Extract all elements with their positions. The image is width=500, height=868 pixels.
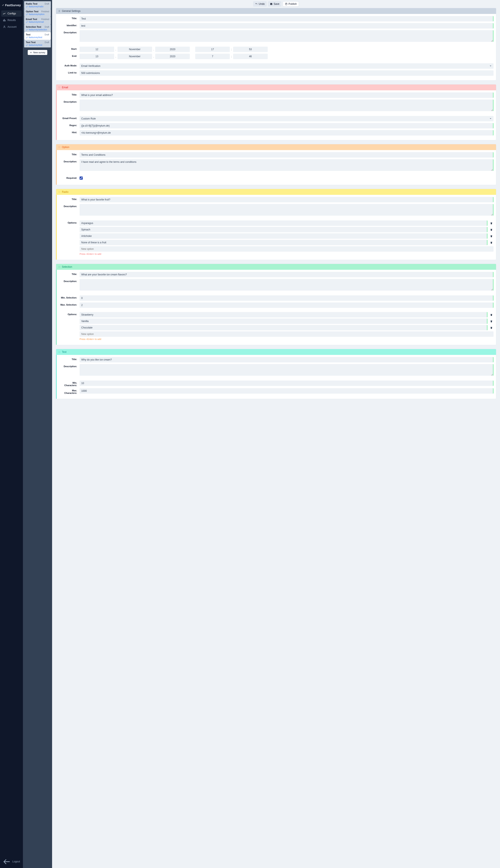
option-input[interactable] <box>80 233 488 239</box>
panel-selection-header[interactable]: Selection <box>56 264 496 270</box>
panel-email-header[interactable]: Email <box>56 84 496 90</box>
label-description: Description: <box>59 204 77 208</box>
general-description-input[interactable] <box>80 30 493 42</box>
nav-account[interactable]: Account <box>1 24 22 30</box>
selection-description-input[interactable] <box>80 279 493 291</box>
panel-email: Email Title: Description: Email Preset:C… <box>56 84 496 140</box>
nav-configs[interactable]: Configs <box>1 10 22 17</box>
new-option-input[interactable] <box>80 331 493 337</box>
delete-option-button[interactable] <box>489 221 493 225</box>
survey-link[interactable]: fastsurvey/text <box>26 44 49 46</box>
survey-link[interactable]: fastsurvey/option <box>26 13 49 15</box>
option-input[interactable] <box>80 240 488 245</box>
survey-link[interactable]: fastsurvey/test <box>26 36 49 38</box>
survey-link[interactable]: fastsurvey/radio <box>26 5 49 8</box>
svg-point-0 <box>3 5 3 5</box>
new-survey-button[interactable]: New survey <box>28 50 47 55</box>
label-description: Description: <box>59 30 77 34</box>
radio-description-input[interactable] <box>80 204 493 216</box>
survey-link[interactable]: fastsurvey/selection <box>26 28 49 31</box>
label-title: Title: <box>59 357 77 361</box>
link-icon <box>26 36 28 38</box>
start-day[interactable] <box>80 47 114 52</box>
radio-title-input[interactable] <box>80 197 493 202</box>
label-description: Description: <box>59 279 77 282</box>
text-max-input[interactable] <box>80 388 493 394</box>
text-description-input[interactable] <box>80 364 493 376</box>
label-description: Description: <box>59 364 77 367</box>
survey-link[interactable]: fastsurvey/email <box>26 21 49 23</box>
survey-card[interactable]: Option TestFinishedfastsurvey/option <box>24 9 51 17</box>
selection-max-input[interactable] <box>80 303 493 308</box>
start-month[interactable] <box>117 47 152 52</box>
logout-button[interactable]: Logout <box>0 855 23 868</box>
nav-results[interactable]: Results <box>1 17 22 23</box>
link-icon <box>26 5 28 8</box>
end-month[interactable] <box>117 54 152 59</box>
start-min[interactable] <box>233 47 268 52</box>
trash-icon <box>490 320 493 322</box>
survey-card[interactable]: Email TestFinishedfastsurvey/email <box>24 17 51 24</box>
label-title: Title: <box>59 152 77 156</box>
panel-radio-header[interactable]: Radio <box>56 189 496 195</box>
undo-button[interactable]: Undo <box>253 1 267 7</box>
end-year[interactable] <box>155 54 190 59</box>
option-input[interactable] <box>80 221 488 226</box>
delete-option-button[interactable] <box>489 326 493 330</box>
general-title-input[interactable] <box>80 16 493 21</box>
survey-card[interactable]: TestDraftfastsurvey/test <box>24 32 51 40</box>
auth-mode-select[interactable]: Email Verification <box>80 63 493 69</box>
delete-option-button[interactable] <box>489 241 493 245</box>
selection-title-input[interactable] <box>80 272 493 277</box>
survey-card[interactable]: Selection TestDraftfastsurvey/selection <box>24 24 51 32</box>
limit-input[interactable] <box>80 70 493 76</box>
survey-status: Draft <box>45 41 49 44</box>
label-minsel: Min. Selection: <box>59 295 77 299</box>
option-input[interactable] <box>80 227 488 232</box>
email-hint-input[interactable] <box>80 130 493 136</box>
panel-email-title: Email <box>62 86 68 89</box>
logout-icon <box>3 858 11 866</box>
text-min-input[interactable] <box>80 380 493 386</box>
option-input[interactable] <box>80 312 488 317</box>
delete-option-button[interactable] <box>489 313 493 317</box>
end-hour[interactable] <box>195 54 230 59</box>
option-required-checkbox[interactable] <box>80 176 83 180</box>
survey-status: Finished <box>41 18 49 20</box>
svg-point-13 <box>59 87 59 87</box>
account-icon <box>3 25 6 28</box>
general-identifier-input[interactable] <box>80 23 493 28</box>
option-title-input[interactable] <box>80 152 493 157</box>
save-button[interactable]: Save <box>268 1 281 7</box>
email-regex-input[interactable] <box>80 123 493 128</box>
drag-icon <box>58 146 61 149</box>
option-description-input[interactable]: I have read and agree to the terms and c… <box>80 159 493 171</box>
delete-option-button[interactable] <box>489 319 493 324</box>
label-description: Description: <box>59 159 77 163</box>
email-description-input[interactable] <box>80 99 493 111</box>
option-input[interactable] <box>80 325 488 330</box>
end-day[interactable] <box>80 54 114 59</box>
survey-title: Option Test <box>26 10 38 13</box>
link-icon <box>26 44 28 46</box>
start-year[interactable] <box>155 47 190 52</box>
selection-min-input[interactable] <box>80 295 493 301</box>
survey-card[interactable]: Text TestDraftfastsurvey/text <box>24 40 51 47</box>
end-min[interactable] <box>233 54 268 59</box>
link-icon <box>26 13 28 15</box>
panel-radio: Radio Title: Description: Options:Press … <box>56 189 496 260</box>
survey-card[interactable]: Radio TestDraftfastsurvey/radio <box>24 1 51 9</box>
start-hour[interactable] <box>195 47 230 52</box>
svg-point-23 <box>60 191 60 192</box>
email-title-input[interactable] <box>80 92 493 98</box>
survey-title: Email Test <box>26 18 37 20</box>
delete-option-button[interactable] <box>489 234 493 238</box>
publish-button[interactable]: Publish <box>283 1 299 7</box>
panel-text-header[interactable]: Text <box>56 349 496 355</box>
delete-option-button[interactable] <box>489 227 493 232</box>
panel-option-header[interactable]: Option <box>56 144 496 150</box>
text-title-input[interactable] <box>80 357 493 362</box>
option-input[interactable] <box>80 318 488 324</box>
new-option-input[interactable] <box>80 246 493 252</box>
email-preset-select[interactable]: Custom Rule <box>80 116 493 121</box>
